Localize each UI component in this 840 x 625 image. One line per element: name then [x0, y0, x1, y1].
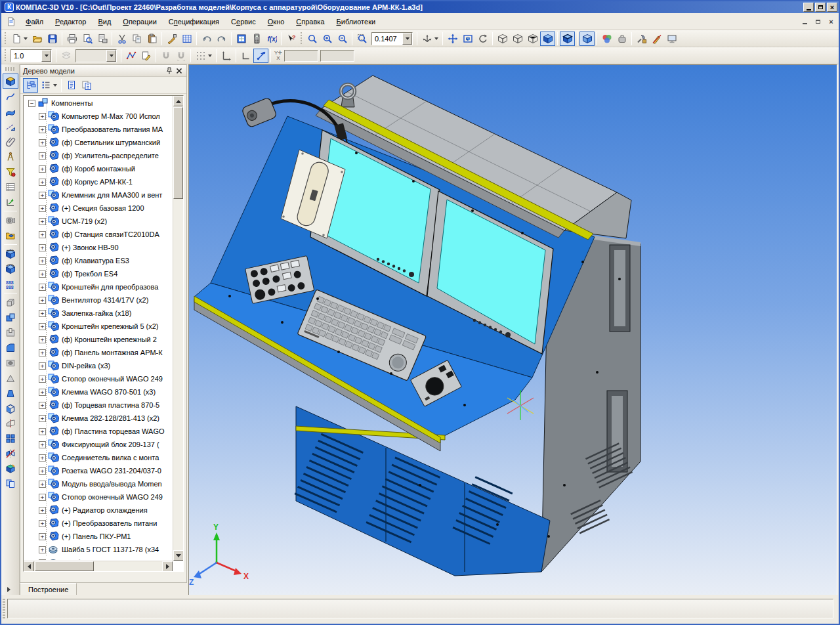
tree-item-13[interactable]: +(ф) Трекбол ES4 — [24, 267, 172, 280]
tree-item-26[interactable]: +Фиксирующий блок 209-137 ( — [24, 438, 172, 451]
menu-8[interactable]: Справка — [290, 15, 330, 28]
panel-grip[interactable] — [5, 67, 16, 71]
scroll-right-button[interactable] — [162, 561, 173, 572]
dropdown-button[interactable] — [106, 50, 116, 62]
expand-toggle[interactable]: + — [39, 139, 46, 146]
display-hidden-thin-button[interactable] — [525, 32, 540, 46]
cut-extrude-button[interactable] — [3, 325, 18, 340]
expand-toggle[interactable]: + — [39, 533, 46, 540]
pan-button[interactable] — [445, 32, 460, 46]
redo-button[interactable] — [214, 32, 229, 46]
tree-item-6[interactable]: +(ф) Корпус АРМ-КК-1 — [24, 175, 172, 188]
expand-toggle[interactable]: + — [39, 165, 46, 173]
measure-3d-button[interactable] — [3, 194, 18, 209]
menu-1[interactable]: Файл — [20, 15, 49, 28]
expand-toggle[interactable]: + — [39, 454, 46, 462]
tree-item-18[interactable]: +(ф) Кронштейн крепежный 2 — [24, 333, 172, 346]
ortho-button[interactable] — [238, 49, 253, 63]
expand-toggle[interactable]: + — [39, 323, 46, 330]
tree-item-33[interactable]: +(+) Панель ПКУ-РМ1 — [24, 530, 172, 543]
expand-toggle[interactable]: + — [39, 192, 46, 199]
expand-toggle[interactable]: + — [39, 126, 46, 133]
surfaces-button[interactable] — [3, 104, 18, 119]
expand-toggle[interactable]: + — [39, 428, 46, 435]
tree-structure-button[interactable] — [23, 78, 38, 93]
tree-item-19[interactable]: +(ф) Панель монтажная АРМ-К — [24, 346, 172, 359]
step-combobox[interactable]: 1.0 — [10, 49, 52, 62]
tree-item-12[interactable]: +(ф) Клавиатура ES3 — [24, 254, 172, 267]
mdi-restore-button[interactable] — [812, 16, 824, 26]
expand-toggle[interactable]: + — [39, 284, 46, 291]
statusbar-grip[interactable] — [3, 599, 5, 620]
expand-toggle[interactable]: + — [39, 231, 46, 238]
expand-toggle[interactable]: + — [39, 244, 46, 251]
tree-item-20[interactable]: +DIN-рейка (x3) — [24, 359, 172, 372]
expand-toggle[interactable]: + — [39, 310, 46, 317]
mirror-button[interactable] — [3, 446, 18, 461]
expand-toggle[interactable]: + — [39, 113, 46, 120]
measure-button[interactable] — [3, 149, 18, 164]
expand-toggle[interactable]: + — [39, 559, 46, 561]
tree-item-7[interactable]: +Клеммник для МАА300 и вент — [24, 188, 172, 202]
tree-item-10[interactable]: +(ф) Станция связиТС2010DA — [24, 228, 172, 241]
print-button[interactable] — [64, 32, 79, 46]
section-button[interactable] — [3, 416, 18, 431]
expand-toggle[interactable]: + — [39, 152, 46, 160]
zoom-in-button[interactable] — [320, 32, 335, 46]
magnet-angle-button[interactable] — [173, 49, 188, 63]
tree-item-2[interactable]: +Преобразователь питания МА — [24, 123, 172, 136]
paint-button[interactable] — [3, 461, 18, 476]
edit-placement-button[interactable] — [138, 49, 154, 63]
scroll-left-button[interactable] — [24, 561, 34, 572]
expand-toggle[interactable]: + — [39, 467, 46, 475]
tree-item-5[interactable]: +(ф) Короб монтажный — [24, 162, 172, 175]
close-button[interactable]: × — [827, 3, 837, 12]
open-document-button[interactable] — [30, 32, 45, 46]
auxiliary-geometry-button[interactable] — [3, 119, 18, 134]
expand-toggle[interactable]: + — [39, 402, 46, 409]
grid-button[interactable] — [193, 49, 208, 63]
expand-toggle[interactable]: + — [39, 362, 46, 370]
draft-button[interactable] — [3, 385, 18, 400]
dropdown-button[interactable] — [402, 33, 412, 45]
page-setup-button[interactable] — [94, 32, 110, 46]
expand-toggle[interactable]: + — [39, 494, 46, 501]
model-tree-header[interactable]: Дерево модели — [20, 65, 186, 77]
library-button[interactable] — [3, 228, 18, 243]
tree-item-11[interactable]: +(+) Звонок НВ-90 — [24, 241, 172, 254]
expand-toggle[interactable]: + — [39, 520, 46, 527]
tree-item-16[interactable]: +Заклепка-гайка (x18) — [24, 307, 172, 320]
report-copy-button[interactable] — [79, 78, 94, 93]
standard-toolbar-grip[interactable] — [4, 32, 7, 45]
restore-button[interactable] — [815, 3, 826, 12]
expand-toggle[interactable]: + — [39, 349, 46, 356]
app-icon[interactable]: К — [5, 3, 14, 12]
expand-toggle[interactable]: + — [39, 205, 46, 212]
tree-item-28[interactable]: +Розетка WAGO 231-204/037-0 — [24, 464, 172, 477]
properties-window-button[interactable] — [664, 32, 679, 46]
composition-button[interactable] — [38, 78, 53, 93]
paste-button[interactable] — [144, 32, 159, 46]
dropdown-button[interactable] — [41, 50, 51, 62]
expand-toggle[interactable]: + — [39, 257, 46, 265]
display-wireframe-button[interactable] — [495, 32, 510, 46]
expand-toggle[interactable]: + — [39, 218, 46, 225]
expand-toggle[interactable]: + — [39, 179, 46, 186]
tree-horizontal-scrollbar[interactable] — [24, 561, 173, 571]
relations-button[interactable] — [614, 32, 629, 46]
menu-9[interactable]: Библиотеки — [331, 15, 382, 28]
rib-button[interactable] — [3, 370, 18, 385]
expand-toggle[interactable]: + — [39, 297, 46, 304]
tree-item-15[interactable]: +Вентилятор 4314/17V (x2) — [24, 293, 172, 307]
collapse-toggle[interactable]: − — [28, 100, 35, 107]
view-toolbar-grip[interactable] — [300, 32, 303, 45]
fx-button[interactable]: f(x) — [264, 32, 279, 46]
spreadsheet-button[interactable] — [179, 32, 194, 46]
expand-toggle[interactable]: + — [39, 336, 46, 343]
layers-button[interactable] — [58, 49, 74, 63]
orientation-button[interactable] — [419, 32, 434, 46]
save-document-button[interactable] — [45, 32, 60, 46]
document-icon[interactable] — [7, 17, 16, 26]
expand-toggle[interactable]: + — [39, 376, 46, 383]
tree-item-21[interactable]: +Стопор оконечный WAGO 249 — [24, 372, 172, 385]
